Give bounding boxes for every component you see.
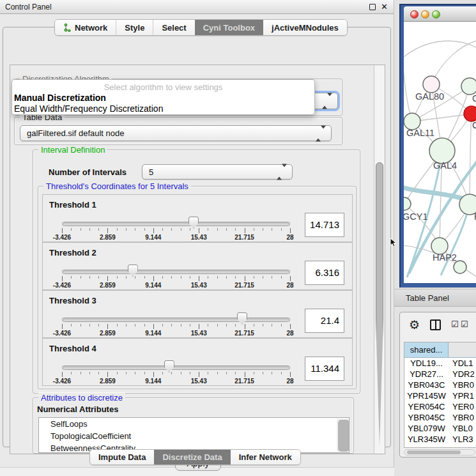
threshold-4-slider[interactable]: -3.426 2.859 9.144 15.43 21.715 28 [62, 360, 290, 386]
table-row[interactable]: YPR145WYPR1 [404, 390, 476, 401]
tab-cyni-toolbox[interactable]: Cyni Toolbox [195, 20, 263, 35]
threshold-2-row: Threshold 2 -3.426 2.859 9.144 [42, 242, 353, 290]
numerical-attributes-label: Numerical Attributes [37, 404, 118, 414]
popup-option-manual-discretization[interactable]: Manual Discretization [14, 93, 106, 103]
threshold-3-row: Threshold 3 -3.426 2.859 9.144 [42, 290, 353, 338]
number-of-intervals-label: Number of Intervals [49, 167, 127, 177]
tab-impute-data[interactable]: Impute Data [90, 450, 154, 464]
threshold-2-value-field[interactable]: 6.316 [305, 261, 344, 285]
group-title: Threshold's Coordinates for 5 Intervals [43, 181, 191, 191]
algorithm-dropdown-popup: Select algorithm to view settings Manual… [12, 79, 315, 115]
table-row[interactable]: YDR27...YDR2 [404, 369, 476, 380]
split-columns-icon[interactable] [430, 319, 441, 330]
slider-major-ticks [62, 324, 291, 329]
viewport-scrollbar[interactable] [374, 65, 385, 454]
slider-major-ticks [62, 372, 291, 377]
table-row[interactable]: YDL19...YDL1 [404, 358, 476, 369]
threshold-3-slider[interactable]: -3.426 2.859 9.144 15.43 21.715 28 [62, 312, 290, 338]
slider-tick-labels: -3.426 2.859 9.144 15.43 21.715 28 [62, 282, 290, 289]
tab-network[interactable]: Network [55, 20, 116, 35]
popup-placeholder-item[interactable]: Select algorithm to view settings [12, 82, 314, 92]
column-header-shared-name[interactable]: shared... [404, 342, 449, 357]
threshold-1-slider[interactable]: -3.426 2.859 9.144 15.43 21.715 28 [62, 217, 290, 242]
tab-label: jActiveMNodules [272, 23, 339, 33]
threshold-1-row: Threshold 1 -3.426 2.859 9.144 [42, 194, 353, 242]
table-panel-title: Table Panel [406, 293, 449, 303]
threshold-2-slider[interactable]: -3.426 2.859 9.144 15.43 21.715 28 [62, 265, 290, 290]
slider-thumb[interactable] [128, 265, 138, 277]
zoom-traffic-light[interactable] [432, 10, 440, 19]
slider-track[interactable] [62, 222, 290, 226]
right-region: GAL80 G C GAL11 GAL4 GCY1 H HAP2 Table P… [394, 0, 476, 476]
float-window-icon[interactable] [369, 4, 376, 10]
threshold-label: Threshold 4 [49, 344, 96, 353]
slider-thumb[interactable] [188, 217, 199, 229]
cyni-mode-tabs: Impute Data Discretize Data Infer Networ… [89, 449, 301, 465]
minimize-traffic-light[interactable] [421, 10, 429, 19]
table-horizontal-scrollbar[interactable] [404, 449, 475, 456]
settings-viewport: Discretization Algorithm Select algorith… [10, 65, 385, 454]
slider-thumb[interactable] [164, 360, 174, 372]
threshold-4-row: Threshold 4 -3.426 2.859 9.144 [42, 338, 353, 386]
window-title: Control Panel [5, 3, 52, 12]
screen: Control Panel ✕ Network Style Select Cyn… [0, 0, 476, 476]
table-data-combo[interactable]: galFiltered.sif default node [20, 125, 332, 141]
gear-icon[interactable]: ⚙ [409, 318, 420, 332]
control-panel-titlebar: Control Panel ✕ [0, 0, 394, 14]
table-panel-body: ⚙ ☑ ☑ shared... name YDL19...YDL1 YDR27.… [394, 307, 476, 476]
scrollbar-thumb[interactable] [376, 162, 383, 447]
slider-tick-labels: -3.426 2.859 9.144 15.43 21.715 28 [62, 378, 290, 385]
network-window-titlebar[interactable] [404, 6, 476, 22]
slider-track[interactable] [62, 365, 290, 370]
tab-select[interactable]: Select [153, 20, 194, 35]
table-row[interactable]: YBR043CYBR0 [404, 380, 476, 390]
table-row[interactable]: YBL079WYBL0 [404, 423, 476, 434]
table-row[interactable]: YER054CYER0 [404, 401, 476, 412]
number-of-intervals-combo[interactable]: 5 [142, 164, 293, 180]
node-label-gal80: GAL80 [415, 91, 444, 102]
tab-label: Style [125, 23, 144, 33]
node-label-clipped-c: C [472, 120, 476, 130]
popup-option-equal-width-frequency[interactable]: Equal Width/Frequency Discretization [14, 104, 163, 114]
control-panel-window: Control Panel ✕ Network Style Select Cyn… [0, 0, 394, 476]
control-panel-tabs: Network Style Select Cyni Toolbox jActiv… [54, 19, 348, 36]
combo-arrows-icon [277, 167, 287, 177]
tab-label: Select [162, 23, 186, 33]
table-row[interactable]: YBR045CYBR0 [404, 412, 476, 423]
table-panel-titlebar: Table Panel [394, 289, 476, 307]
checkbox-icon[interactable]: ☑ [451, 319, 459, 329]
table-row[interactable]: YIL052CYIL0 [404, 445, 476, 448]
combo-arrows-icon [322, 96, 332, 106]
tab-infer-network[interactable]: Infer Network [231, 450, 300, 464]
slider-track[interactable] [62, 318, 290, 322]
tab-style[interactable]: Style [116, 20, 153, 35]
tab-discretize-data[interactable]: Discretize Data [154, 450, 230, 464]
slider-major-ticks [62, 228, 291, 233]
list-item[interactable]: SelfLoops [39, 418, 349, 430]
threshold-1-value-field[interactable]: 14.713 [305, 213, 344, 237]
threshold-label: Threshold 2 [49, 248, 96, 257]
column-header-name[interactable]: name [449, 342, 476, 357]
mouse-cursor [390, 238, 397, 248]
numerical-attributes-list[interactable]: SelfLoops TopologicalCoefficient Between… [38, 417, 349, 453]
threshold-3-value-field[interactable]: 21.4 [305, 309, 344, 333]
thresholds-group: Threshold's Coordinates for 5 Intervals … [38, 186, 357, 389]
node-label-gal4: GAL4 [433, 160, 457, 171]
cyni-toolbox-panel: Discretization Algorithm Select algorith… [3, 27, 391, 447]
slider-track[interactable] [62, 270, 290, 274]
close-icon[interactable]: ✕ [381, 2, 388, 12]
close-traffic-light[interactable] [410, 10, 418, 19]
threshold-label: Threshold 1 [49, 200, 96, 210]
tab-jactivemnodules[interactable]: jActiveMNodules [263, 20, 347, 35]
list-scrollbar[interactable] [337, 418, 348, 452]
scrollbar-thumb[interactable] [407, 450, 461, 454]
checkbox-icon[interactable]: ☑ [461, 319, 468, 329]
slider-thumb[interactable] [237, 312, 247, 325]
list-item[interactable]: TopologicalCoefficient [39, 430, 349, 442]
network-canvas[interactable]: GAL80 G C GAL11 GAL4 GCY1 H HAP2 [404, 22, 476, 283]
attributes-group: Attributes to discretize Numerical Attri… [33, 397, 354, 454]
threshold-4-value-field[interactable]: 11.344 [305, 357, 344, 381]
node-attribute-table[interactable]: shared... name YDL19...YDL1 YDR27...YDR2… [404, 342, 476, 448]
node-label-clipped-g: G [472, 93, 476, 104]
table-row[interactable]: YLR345WYLR3 [404, 434, 476, 445]
